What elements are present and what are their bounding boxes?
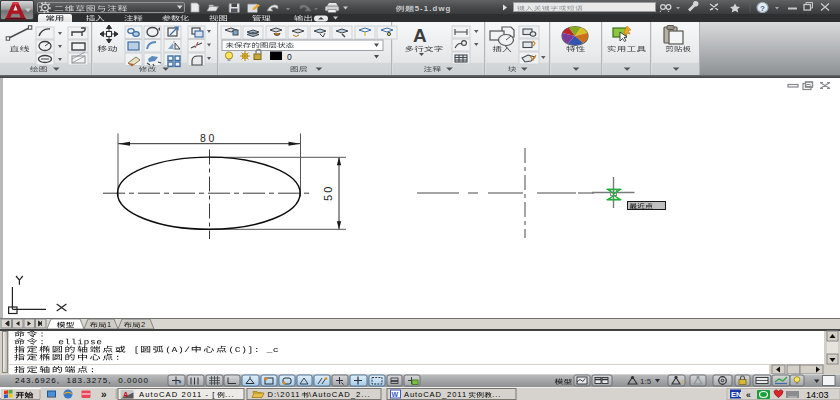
svg-text:?: ?	[760, 4, 765, 13]
svg-text:EN: EN	[731, 390, 741, 399]
svg-text:»: »	[101, 389, 107, 400]
svg-text:«: «	[746, 390, 751, 400]
svg-text:A: A	[413, 25, 427, 46]
svg-text:1:5: 1:5	[640, 377, 652, 386]
svg-text:50: 50	[322, 184, 334, 201]
svg-text:80: 80	[200, 132, 217, 144]
svg-text:W: W	[392, 391, 399, 398]
svg-text:A: A	[123, 390, 129, 399]
svg-text:0: 0	[287, 52, 292, 62]
svg-text:14:03: 14:03	[806, 390, 829, 400]
